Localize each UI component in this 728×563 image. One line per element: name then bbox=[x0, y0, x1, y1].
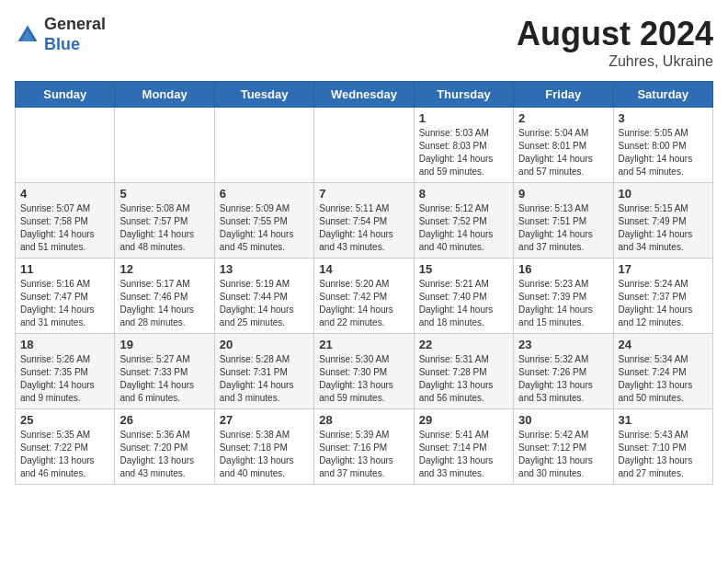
day-info: Sunrise: 5:38 AM Sunset: 7:18 PM Dayligh… bbox=[220, 429, 309, 480]
day-number: 3 bbox=[619, 111, 708, 125]
calendar-header: SundayMondayTuesdayWednesdayThursdayFrid… bbox=[16, 82, 713, 108]
day-info: Sunrise: 5:26 AM Sunset: 7:35 PM Dayligh… bbox=[20, 353, 109, 405]
day-number: 12 bbox=[119, 262, 209, 276]
calendar-cell: 4Sunrise: 5:07 AM Sunset: 7:58 PM Daylig… bbox=[16, 183, 115, 259]
calendar-cell: 2Sunrise: 5:04 AM Sunset: 8:01 PM Daylig… bbox=[514, 108, 613, 183]
day-info: Sunrise: 5:12 AM Sunset: 7:52 PM Dayligh… bbox=[419, 202, 508, 254]
calendar-week-3: 11Sunrise: 5:16 AM Sunset: 7:47 PM Dayli… bbox=[16, 259, 713, 334]
day-number: 17 bbox=[619, 262, 708, 276]
day-info: Sunrise: 5:42 AM Sunset: 7:12 PM Dayligh… bbox=[518, 429, 608, 480]
page-header: General Blue August 2024 Zuhres, Ukraine bbox=[15, 15, 713, 70]
calendar-cell bbox=[16, 108, 115, 183]
calendar-cell: 26Sunrise: 5:36 AM Sunset: 7:20 PM Dayli… bbox=[115, 409, 214, 485]
calendar-cell: 7Sunrise: 5:11 AM Sunset: 7:54 PM Daylig… bbox=[314, 183, 414, 259]
day-number: 4 bbox=[20, 187, 109, 201]
calendar-cell: 17Sunrise: 5:24 AM Sunset: 7:37 PM Dayli… bbox=[613, 259, 712, 334]
day-number: 29 bbox=[419, 413, 508, 427]
day-number: 16 bbox=[518, 262, 608, 276]
day-number: 26 bbox=[119, 413, 209, 427]
day-info: Sunrise: 5:15 AM Sunset: 7:49 PM Dayligh… bbox=[619, 202, 708, 254]
day-number: 20 bbox=[220, 338, 309, 351]
day-info: Sunrise: 5:28 AM Sunset: 7:31 PM Dayligh… bbox=[220, 353, 309, 405]
day-info: Sunrise: 5:07 AM Sunset: 7:58 PM Dayligh… bbox=[20, 202, 109, 254]
calendar-week-1: 1Sunrise: 5:03 AM Sunset: 8:03 PM Daylig… bbox=[16, 108, 713, 183]
calendar-cell: 5Sunrise: 5:08 AM Sunset: 7:57 PM Daylig… bbox=[115, 183, 214, 259]
calendar-cell: 11Sunrise: 5:16 AM Sunset: 7:47 PM Dayli… bbox=[16, 259, 115, 334]
calendar-cell: 24Sunrise: 5:34 AM Sunset: 7:24 PM Dayli… bbox=[613, 334, 712, 409]
day-number: 24 bbox=[619, 338, 708, 351]
calendar-cell: 25Sunrise: 5:35 AM Sunset: 7:22 PM Dayli… bbox=[16, 409, 115, 485]
day-info: Sunrise: 5:36 AM Sunset: 7:20 PM Dayligh… bbox=[119, 429, 209, 480]
calendar-cell: 6Sunrise: 5:09 AM Sunset: 7:55 PM Daylig… bbox=[214, 183, 313, 259]
logo: General Blue bbox=[15, 15, 106, 54]
logo-icon bbox=[15, 22, 40, 48]
calendar-cell: 23Sunrise: 5:32 AM Sunset: 7:26 PM Dayli… bbox=[514, 334, 613, 409]
calendar-cell bbox=[214, 108, 313, 183]
day-info: Sunrise: 5:16 AM Sunset: 7:47 PM Dayligh… bbox=[20, 278, 109, 329]
day-info: Sunrise: 5:05 AM Sunset: 8:00 PM Dayligh… bbox=[619, 127, 708, 178]
day-header-wednesday: Wednesday bbox=[314, 82, 414, 108]
calendar-cell: 31Sunrise: 5:43 AM Sunset: 7:10 PM Dayli… bbox=[613, 409, 712, 485]
day-number: 25 bbox=[20, 413, 109, 427]
title-block: August 2024 Zuhres, Ukraine bbox=[517, 15, 713, 70]
day-number: 8 bbox=[419, 187, 508, 201]
calendar-body: 1Sunrise: 5:03 AM Sunset: 8:03 PM Daylig… bbox=[16, 108, 713, 485]
calendar-cell: 30Sunrise: 5:42 AM Sunset: 7:12 PM Dayli… bbox=[514, 409, 613, 485]
day-info: Sunrise: 5:35 AM Sunset: 7:22 PM Dayligh… bbox=[20, 429, 109, 480]
calendar-cell: 14Sunrise: 5:20 AM Sunset: 7:42 PM Dayli… bbox=[314, 259, 414, 334]
day-header-monday: Monday bbox=[115, 82, 214, 108]
calendar-week-5: 25Sunrise: 5:35 AM Sunset: 7:22 PM Dayli… bbox=[16, 409, 713, 485]
day-info: Sunrise: 5:32 AM Sunset: 7:26 PM Dayligh… bbox=[518, 353, 608, 405]
calendar-cell bbox=[115, 108, 214, 183]
day-number: 7 bbox=[319, 187, 408, 201]
calendar-cell: 3Sunrise: 5:05 AM Sunset: 8:00 PM Daylig… bbox=[613, 108, 712, 183]
calendar-cell: 21Sunrise: 5:30 AM Sunset: 7:30 PM Dayli… bbox=[314, 334, 414, 409]
day-info: Sunrise: 5:09 AM Sunset: 7:55 PM Dayligh… bbox=[220, 202, 309, 254]
day-number: 10 bbox=[619, 187, 708, 201]
calendar-cell: 10Sunrise: 5:15 AM Sunset: 7:49 PM Dayli… bbox=[613, 183, 712, 259]
days-of-week-row: SundayMondayTuesdayWednesdayThursdayFrid… bbox=[16, 82, 713, 108]
calendar-cell: 8Sunrise: 5:12 AM Sunset: 7:52 PM Daylig… bbox=[414, 183, 513, 259]
day-number: 13 bbox=[220, 262, 309, 276]
calendar-cell: 9Sunrise: 5:13 AM Sunset: 7:51 PM Daylig… bbox=[514, 183, 613, 259]
day-info: Sunrise: 5:24 AM Sunset: 7:37 PM Dayligh… bbox=[619, 278, 708, 329]
calendar-week-4: 18Sunrise: 5:26 AM Sunset: 7:35 PM Dayli… bbox=[16, 334, 713, 409]
day-number: 23 bbox=[518, 338, 608, 351]
calendar-cell bbox=[314, 108, 414, 183]
day-info: Sunrise: 5:23 AM Sunset: 7:39 PM Dayligh… bbox=[518, 278, 608, 329]
calendar-week-2: 4Sunrise: 5:07 AM Sunset: 7:58 PM Daylig… bbox=[16, 183, 713, 259]
day-number: 21 bbox=[319, 338, 408, 351]
calendar-cell: 18Sunrise: 5:26 AM Sunset: 7:35 PM Dayli… bbox=[16, 334, 115, 409]
calendar-cell: 15Sunrise: 5:21 AM Sunset: 7:40 PM Dayli… bbox=[414, 259, 513, 334]
calendar-cell: 29Sunrise: 5:41 AM Sunset: 7:14 PM Dayli… bbox=[414, 409, 513, 485]
day-number: 2 bbox=[518, 111, 608, 125]
day-number: 19 bbox=[119, 338, 209, 351]
calendar-title: August 2024 bbox=[517, 15, 713, 53]
calendar-cell: 27Sunrise: 5:38 AM Sunset: 7:18 PM Dayli… bbox=[214, 409, 313, 485]
calendar-cell: 13Sunrise: 5:19 AM Sunset: 7:44 PM Dayli… bbox=[214, 259, 313, 334]
day-header-sunday: Sunday bbox=[16, 82, 115, 108]
day-number: 5 bbox=[119, 187, 209, 201]
calendar-cell: 20Sunrise: 5:28 AM Sunset: 7:31 PM Dayli… bbox=[214, 334, 313, 409]
day-header-thursday: Thursday bbox=[414, 82, 513, 108]
calendar-cell: 28Sunrise: 5:39 AM Sunset: 7:16 PM Dayli… bbox=[314, 409, 414, 485]
day-info: Sunrise: 5:13 AM Sunset: 7:51 PM Dayligh… bbox=[518, 202, 608, 254]
day-header-friday: Friday bbox=[514, 82, 613, 108]
day-number: 15 bbox=[419, 262, 508, 276]
day-header-saturday: Saturday bbox=[613, 82, 712, 108]
day-number: 6 bbox=[220, 187, 309, 201]
calendar-cell: 16Sunrise: 5:23 AM Sunset: 7:39 PM Dayli… bbox=[514, 259, 613, 334]
day-number: 18 bbox=[20, 338, 109, 351]
day-info: Sunrise: 5:19 AM Sunset: 7:44 PM Dayligh… bbox=[220, 278, 309, 329]
day-number: 1 bbox=[419, 111, 508, 125]
day-info: Sunrise: 5:11 AM Sunset: 7:54 PM Dayligh… bbox=[319, 202, 408, 254]
day-info: Sunrise: 5:31 AM Sunset: 7:28 PM Dayligh… bbox=[419, 353, 508, 405]
day-info: Sunrise: 5:21 AM Sunset: 7:40 PM Dayligh… bbox=[419, 278, 508, 329]
day-number: 14 bbox=[319, 262, 408, 276]
day-info: Sunrise: 5:30 AM Sunset: 7:30 PM Dayligh… bbox=[319, 353, 408, 405]
calendar-subtitle: Zuhres, Ukraine bbox=[517, 53, 713, 70]
day-info: Sunrise: 5:08 AM Sunset: 7:57 PM Dayligh… bbox=[119, 202, 209, 254]
day-number: 11 bbox=[20, 262, 109, 276]
day-header-tuesday: Tuesday bbox=[214, 82, 313, 108]
day-info: Sunrise: 5:20 AM Sunset: 7:42 PM Dayligh… bbox=[319, 278, 408, 329]
